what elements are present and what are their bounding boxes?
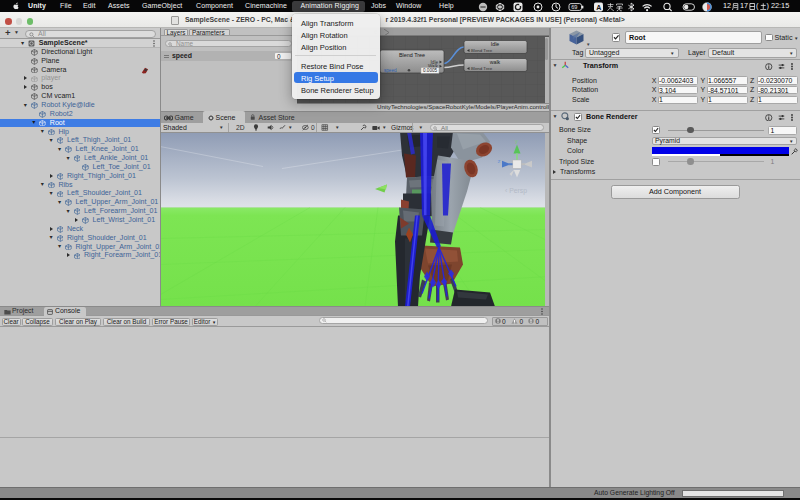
svg-text:z: z: [498, 157, 501, 163]
svg-text:‹ Persp: ‹ Persp: [505, 186, 527, 194]
svg-text:0.0005: 0.0005: [423, 68, 437, 73]
svg-text:speed: speed: [384, 68, 397, 73]
svg-text:Blend Tree: Blend Tree: [399, 52, 425, 58]
svg-text:Idle: Idle: [491, 41, 499, 47]
svg-text:walk: walk: [490, 59, 501, 65]
svg-text:y: y: [515, 137, 518, 143]
svg-text:69: 69: [571, 4, 577, 10]
svg-text:Blend Tree: Blend Tree: [471, 48, 493, 53]
svg-text:Blend Tree: Blend Tree: [471, 66, 493, 71]
svg-text:A: A: [596, 3, 601, 10]
